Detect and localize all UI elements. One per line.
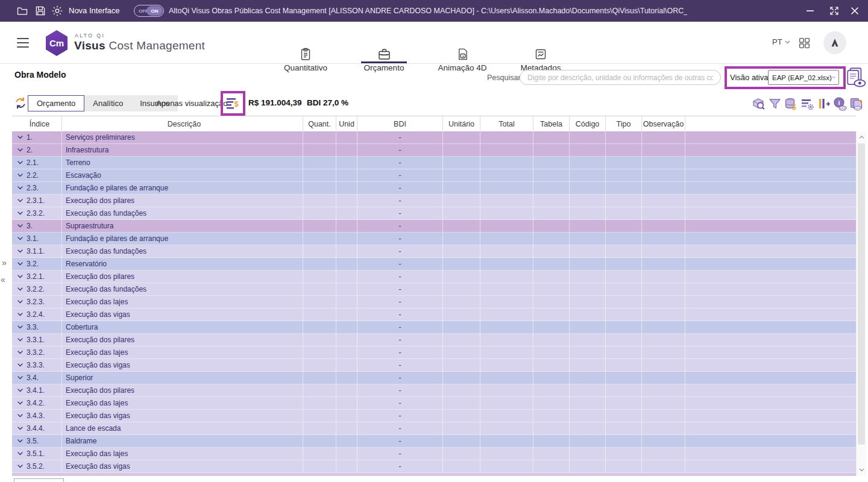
vertical-scrollbar[interactable] bbox=[856, 131, 866, 476]
close-icon[interactable] bbox=[848, 4, 862, 17]
language-selector[interactable]: PT bbox=[772, 37, 790, 46]
chevron-down-icon[interactable] bbox=[17, 262, 23, 266]
folder-icon[interactable] bbox=[16, 4, 29, 17]
tab-quantitativo[interactable]: Quantitativo bbox=[266, 22, 345, 63]
chevron-down-icon[interactable] bbox=[17, 237, 23, 240]
col-bdi[interactable]: BDI bbox=[357, 116, 443, 131]
col-codigo[interactable]: Código bbox=[570, 116, 606, 131]
col-unitario[interactable]: Unitário bbox=[443, 116, 480, 131]
table-row[interactable]: 2.3.2.Execução das fundações- bbox=[12, 207, 856, 220]
col-indice[interactable]: Índice bbox=[12, 116, 62, 131]
chevron-down-icon[interactable] bbox=[17, 174, 23, 177]
scroll-up-icon[interactable] bbox=[857, 133, 867, 142]
collapse-panel-icon[interactable]: « bbox=[1, 275, 5, 284]
table-row[interactable]: 3.4.1.Execução dos pilares- bbox=[12, 384, 856, 397]
chevron-down-icon[interactable] bbox=[17, 224, 23, 228]
table-row[interactable]: 3.2.3.Execução das lajes- bbox=[12, 296, 856, 308]
chevron-down-icon[interactable] bbox=[17, 389, 23, 392]
table-row[interactable]: 2.3.1.Execução dos pilares- bbox=[12, 195, 856, 207]
chevron-down-icon[interactable] bbox=[17, 427, 23, 430]
col-tipo[interactable]: Tipo bbox=[606, 116, 642, 131]
table-row[interactable]: 2.Infraestrutura- bbox=[12, 144, 856, 157]
chevron-down-icon[interactable] bbox=[17, 148, 23, 152]
table-row[interactable]: 1.Serviços preliminares- bbox=[12, 131, 856, 144]
chevron-down-icon[interactable] bbox=[17, 452, 23, 455]
table-row[interactable]: 3.2.4.Execução das vigas- bbox=[12, 308, 856, 321]
chevron-down-icon[interactable] bbox=[17, 211, 23, 215]
gear-icon[interactable] bbox=[51, 4, 64, 17]
minimize-icon[interactable] bbox=[803, 4, 817, 17]
col-tabela[interactable]: Tabela bbox=[533, 116, 570, 131]
table-row[interactable]: 3.2.Reservatório- bbox=[12, 258, 856, 271]
nova-interface-toggle[interactable]: OFF ON bbox=[134, 5, 164, 17]
table-row[interactable]: 3.4.Superior- bbox=[12, 372, 856, 384]
table-row[interactable]: 3.3.1.Execução dos pilares- bbox=[12, 334, 856, 346]
table-row[interactable]: 3.2.2.Execução das fundações- bbox=[12, 283, 856, 296]
scroll-down-icon[interactable] bbox=[857, 465, 867, 475]
col-unid[interactable]: Unid bbox=[336, 116, 357, 131]
chevron-down-icon[interactable] bbox=[17, 351, 23, 354]
table-row[interactable]: 3.5.Baldrame- bbox=[12, 435, 856, 448]
table-row[interactable]: 3.3.2.Execução das lajes- bbox=[12, 346, 856, 359]
info-icon[interactable]: i bbox=[832, 95, 848, 112]
tab-metadados[interactable]: Metadados bbox=[502, 22, 580, 63]
chevron-down-icon[interactable] bbox=[17, 161, 23, 164]
money-database-icon[interactable]: $ bbox=[784, 95, 799, 112]
chevron-down-icon[interactable] bbox=[17, 249, 23, 253]
chevron-down-icon[interactable] bbox=[17, 199, 23, 202]
chevron-down-icon[interactable] bbox=[17, 136, 23, 139]
table-row[interactable]: 3.4.4.Lance de escada- bbox=[12, 422, 856, 435]
expand-panel-icon[interactable]: » bbox=[2, 258, 6, 268]
doc-eye-icon[interactable] bbox=[845, 66, 867, 88]
chevron-down-icon[interactable] bbox=[17, 465, 23, 468]
chevron-down-icon[interactable] bbox=[17, 363, 23, 367]
search-input[interactable] bbox=[520, 70, 721, 85]
rows-settings-icon[interactable] bbox=[800, 95, 815, 112]
search-model-icon[interactable] bbox=[751, 95, 766, 112]
tab-animacao-4d[interactable]: a Animação 4D bbox=[423, 22, 502, 63]
table-row[interactable]: 3.5.1.Execução das lajes- bbox=[12, 448, 856, 460]
col-quant[interactable]: Quant. bbox=[303, 116, 336, 131]
chevron-down-icon[interactable] bbox=[17, 186, 23, 190]
copy-export-icon[interactable] bbox=[849, 95, 864, 112]
chevron-down-icon[interactable] bbox=[17, 401, 23, 405]
chevron-down-icon[interactable] bbox=[17, 376, 23, 380]
table-row[interactable]: 3.5.2.Execução das vigas- bbox=[12, 460, 856, 473]
chevron-down-icon[interactable] bbox=[17, 275, 23, 278]
menu-icon[interactable] bbox=[17, 38, 29, 48]
col-descricao[interactable]: Descrição bbox=[62, 116, 303, 131]
table-row[interactable]: 3.1.1.Execução das fundações- bbox=[12, 245, 856, 258]
view-tab-orcamento[interactable]: Orçamento bbox=[28, 95, 84, 111]
apps-grid-icon[interactable] bbox=[798, 37, 811, 49]
table-row[interactable]: 2.2.Escavação- bbox=[12, 169, 856, 182]
save-icon[interactable] bbox=[34, 4, 47, 17]
table-row[interactable]: 3.1.Fundação e pilares de arranque- bbox=[12, 233, 856, 245]
chevron-down-icon[interactable] bbox=[17, 313, 23, 316]
table-row[interactable]: 3.4.3.Execução das vigas- bbox=[12, 410, 856, 422]
table-row[interactable]: 3.3.Cobertura- bbox=[12, 321, 856, 334]
filter-icon[interactable] bbox=[767, 95, 782, 112]
refresh-icon[interactable] bbox=[13, 96, 28, 110]
add-column-icon[interactable] bbox=[816, 95, 831, 112]
chevron-down-icon[interactable] bbox=[17, 439, 23, 443]
col-total[interactable]: Total bbox=[480, 116, 533, 131]
table-row[interactable]: 3.Supraestrutura- bbox=[12, 220, 856, 233]
chevron-down-icon[interactable] bbox=[17, 414, 23, 418]
table-row[interactable]: 3.2.1.Execução dos pilares- bbox=[12, 271, 856, 283]
table-row[interactable]: 2.1.Terreno- bbox=[12, 157, 856, 169]
maximize-icon[interactable] bbox=[827, 4, 841, 17]
col-observacao[interactable]: Observação bbox=[642, 116, 685, 131]
table-row[interactable]: 3.3.3.Execução das vigas- bbox=[12, 359, 856, 372]
active-view-select[interactable]: EAP (EAP_02.xlsx) bbox=[768, 70, 839, 85]
table-row[interactable]: 3.4.2.Execução das lajes- bbox=[12, 397, 856, 410]
chevron-down-icon[interactable] bbox=[17, 300, 23, 304]
chevron-down-icon[interactable] bbox=[17, 287, 23, 291]
view-tab-analitico[interactable]: Analítico bbox=[84, 95, 131, 111]
chevron-down-icon[interactable] bbox=[17, 325, 23, 329]
scrollbar-thumb[interactable] bbox=[858, 143, 865, 445]
user-avatar[interactable] bbox=[823, 31, 846, 54]
list-money-icon[interactable]: $ bbox=[225, 95, 241, 111]
chevron-down-icon[interactable] bbox=[17, 338, 23, 342]
tab-orcamento[interactable]: Orçamento bbox=[345, 22, 423, 63]
table-row[interactable]: 2.3.Fundação e pilares de arranque- bbox=[12, 182, 856, 195]
